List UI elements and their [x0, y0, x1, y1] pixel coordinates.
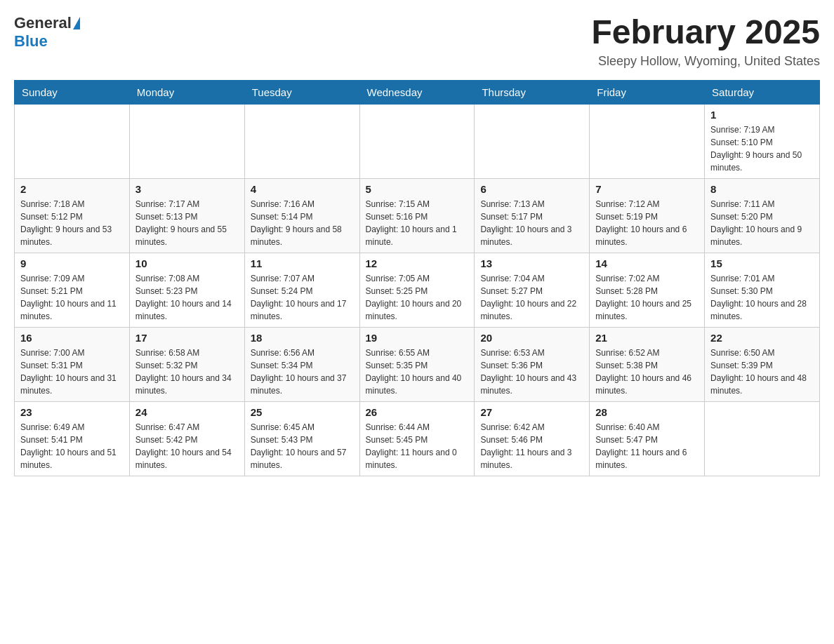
day-info: Sunrise: 6:42 AM Sunset: 5:46 PM Dayligh… — [480, 421, 583, 471]
day-info: Sunrise: 6:45 AM Sunset: 5:43 PM Dayligh… — [251, 421, 354, 471]
calendar-cell — [705, 401, 820, 476]
calendar-cell: 19Sunrise: 6:55 AM Sunset: 5:35 PM Dayli… — [359, 327, 475, 401]
day-number: 15 — [710, 257, 814, 269]
day-info: Sunrise: 7:15 AM Sunset: 5:16 PM Dayligh… — [366, 198, 469, 248]
calendar-cell — [359, 104, 475, 178]
day-info: Sunrise: 6:58 AM Sunset: 5:32 PM Dayligh… — [135, 347, 239, 397]
calendar-cell: 14Sunrise: 7:02 AM Sunset: 5:28 PM Dayli… — [590, 253, 705, 327]
day-info: Sunrise: 7:02 AM Sunset: 5:28 PM Dayligh… — [595, 272, 699, 323]
calendar-cell: 21Sunrise: 6:52 AM Sunset: 5:38 PM Dayli… — [590, 327, 705, 401]
calendar-day-header: Friday — [590, 80, 705, 104]
calendar-week-row: 1Sunrise: 7:19 AM Sunset: 5:10 PM Daylig… — [15, 104, 820, 178]
calendar-cell: 11Sunrise: 7:07 AM Sunset: 5:24 PM Dayli… — [244, 253, 359, 327]
logo-general-text: General — [14, 14, 72, 32]
calendar-cell — [244, 104, 359, 178]
calendar-cell — [15, 104, 130, 178]
day-info: Sunrise: 7:05 AM Sunset: 5:25 PM Dayligh… — [366, 272, 469, 323]
day-info: Sunrise: 6:55 AM Sunset: 5:35 PM Dayligh… — [366, 347, 469, 397]
day-number: 4 — [251, 183, 354, 195]
calendar-day-header: Monday — [129, 80, 244, 104]
calendar-cell: 4Sunrise: 7:16 AM Sunset: 5:14 PM Daylig… — [244, 178, 359, 253]
title-area: February 2025 Sleepy Hollow, Wyoming, Un… — [591, 14, 820, 69]
day-number: 11 — [251, 257, 354, 269]
calendar-day-header: Sunday — [15, 80, 130, 104]
day-number: 14 — [595, 257, 699, 269]
calendar-cell — [590, 104, 705, 178]
calendar-cell: 10Sunrise: 7:08 AM Sunset: 5:23 PM Dayli… — [129, 253, 244, 327]
day-info: Sunrise: 7:13 AM Sunset: 5:17 PM Dayligh… — [480, 198, 583, 248]
day-info: Sunrise: 7:04 AM Sunset: 5:27 PM Dayligh… — [480, 272, 583, 323]
calendar-cell: 6Sunrise: 7:13 AM Sunset: 5:17 PM Daylig… — [475, 178, 590, 253]
day-info: Sunrise: 6:53 AM Sunset: 5:36 PM Dayligh… — [480, 347, 583, 397]
day-number: 3 — [135, 183, 239, 195]
day-number: 25 — [251, 406, 354, 418]
calendar-cell: 8Sunrise: 7:11 AM Sunset: 5:20 PM Daylig… — [705, 178, 820, 253]
calendar-cell: 5Sunrise: 7:15 AM Sunset: 5:16 PM Daylig… — [359, 178, 475, 253]
logo-blue-text: Blue — [14, 32, 48, 51]
calendar-week-row: 23Sunrise: 6:49 AM Sunset: 5:41 PM Dayli… — [15, 401, 820, 476]
day-number: 2 — [20, 183, 124, 195]
day-info: Sunrise: 7:19 AM Sunset: 5:10 PM Dayligh… — [710, 123, 814, 174]
day-number: 10 — [135, 257, 239, 269]
logo-text: General — [14, 14, 80, 32]
day-info: Sunrise: 7:18 AM Sunset: 5:12 PM Dayligh… — [20, 198, 124, 248]
calendar-cell: 18Sunrise: 6:56 AM Sunset: 5:34 PM Dayli… — [244, 327, 359, 401]
calendar-cell: 28Sunrise: 6:40 AM Sunset: 5:47 PM Dayli… — [590, 401, 705, 476]
day-info: Sunrise: 7:01 AM Sunset: 5:30 PM Dayligh… — [710, 272, 814, 323]
day-info: Sunrise: 7:11 AM Sunset: 5:20 PM Dayligh… — [710, 198, 814, 248]
day-number: 28 — [595, 406, 699, 418]
calendar-cell: 26Sunrise: 6:44 AM Sunset: 5:45 PM Dayli… — [359, 401, 475, 476]
calendar-cell: 1Sunrise: 7:19 AM Sunset: 5:10 PM Daylig… — [705, 104, 820, 178]
calendar-cell: 12Sunrise: 7:05 AM Sunset: 5:25 PM Dayli… — [359, 253, 475, 327]
day-number: 26 — [366, 406, 469, 418]
day-info: Sunrise: 7:00 AM Sunset: 5:31 PM Dayligh… — [20, 347, 124, 397]
day-info: Sunrise: 6:40 AM Sunset: 5:47 PM Dayligh… — [595, 421, 699, 471]
day-number: 8 — [710, 183, 814, 195]
day-number: 5 — [366, 183, 469, 195]
day-info: Sunrise: 7:07 AM Sunset: 5:24 PM Dayligh… — [251, 272, 354, 323]
calendar-cell: 17Sunrise: 6:58 AM Sunset: 5:32 PM Dayli… — [129, 327, 244, 401]
calendar-cell: 16Sunrise: 7:00 AM Sunset: 5:31 PM Dayli… — [15, 327, 130, 401]
day-info: Sunrise: 7:17 AM Sunset: 5:13 PM Dayligh… — [135, 198, 239, 248]
calendar-cell: 23Sunrise: 6:49 AM Sunset: 5:41 PM Dayli… — [15, 401, 130, 476]
day-info: Sunrise: 6:47 AM Sunset: 5:42 PM Dayligh… — [135, 421, 239, 471]
calendar-cell — [129, 104, 244, 178]
calendar-header-row: SundayMondayTuesdayWednesdayThursdayFrid… — [15, 80, 820, 104]
day-number: 23 — [20, 406, 124, 418]
day-number: 9 — [20, 257, 124, 269]
day-number: 19 — [366, 332, 469, 344]
page-header: General Blue February 2025 Sleepy Hollow… — [14, 14, 820, 69]
day-info: Sunrise: 6:49 AM Sunset: 5:41 PM Dayligh… — [20, 421, 124, 471]
calendar-cell: 22Sunrise: 6:50 AM Sunset: 5:39 PM Dayli… — [705, 327, 820, 401]
day-info: Sunrise: 6:50 AM Sunset: 5:39 PM Dayligh… — [710, 347, 814, 397]
calendar-day-header: Thursday — [475, 80, 590, 104]
logo-triangle-icon — [73, 17, 80, 29]
day-number: 13 — [480, 257, 583, 269]
calendar-day-header: Saturday — [705, 80, 820, 104]
day-info: Sunrise: 7:16 AM Sunset: 5:14 PM Dayligh… — [251, 198, 354, 248]
calendar-cell: 15Sunrise: 7:01 AM Sunset: 5:30 PM Dayli… — [705, 253, 820, 327]
day-info: Sunrise: 6:56 AM Sunset: 5:34 PM Dayligh… — [251, 347, 354, 397]
calendar-cell: 9Sunrise: 7:09 AM Sunset: 5:21 PM Daylig… — [15, 253, 130, 327]
day-number: 18 — [251, 332, 354, 344]
day-number: 17 — [135, 332, 239, 344]
day-number: 12 — [366, 257, 469, 269]
day-number: 7 — [595, 183, 699, 195]
calendar-week-row: 9Sunrise: 7:09 AM Sunset: 5:21 PM Daylig… — [15, 253, 820, 327]
day-number: 22 — [710, 332, 814, 344]
day-info: Sunrise: 7:08 AM Sunset: 5:23 PM Dayligh… — [135, 272, 239, 323]
calendar-cell: 20Sunrise: 6:53 AM Sunset: 5:36 PM Dayli… — [475, 327, 590, 401]
calendar-day-header: Wednesday — [359, 80, 475, 104]
location-subtitle: Sleepy Hollow, Wyoming, United States — [591, 54, 820, 69]
calendar-cell: 2Sunrise: 7:18 AM Sunset: 5:12 PM Daylig… — [15, 178, 130, 253]
day-number: 1 — [710, 109, 814, 121]
day-number: 21 — [595, 332, 699, 344]
day-info: Sunrise: 6:44 AM Sunset: 5:45 PM Dayligh… — [366, 421, 469, 471]
calendar-cell: 25Sunrise: 6:45 AM Sunset: 5:43 PM Dayli… — [244, 401, 359, 476]
calendar-cell: 27Sunrise: 6:42 AM Sunset: 5:46 PM Dayli… — [475, 401, 590, 476]
logo: General Blue — [14, 14, 80, 51]
calendar-day-header: Tuesday — [244, 80, 359, 104]
calendar-cell: 24Sunrise: 6:47 AM Sunset: 5:42 PM Dayli… — [129, 401, 244, 476]
day-info: Sunrise: 7:09 AM Sunset: 5:21 PM Dayligh… — [20, 272, 124, 323]
calendar-cell — [475, 104, 590, 178]
